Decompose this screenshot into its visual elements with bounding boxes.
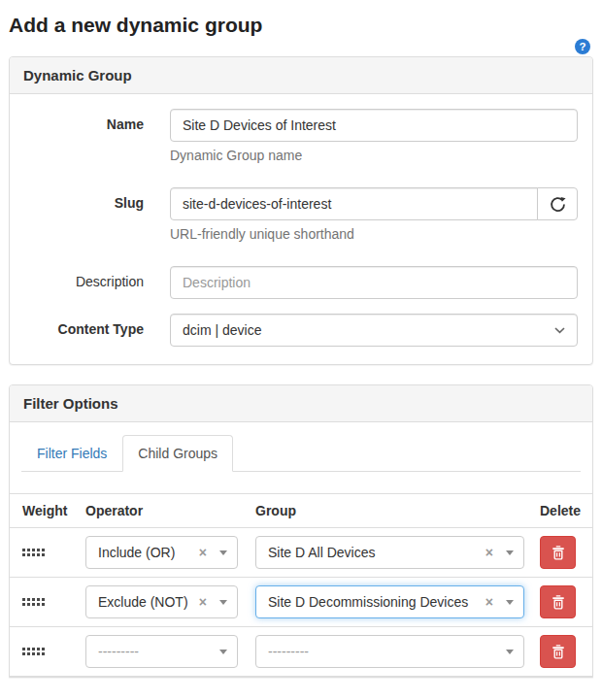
clear-selection-icon[interactable]: × [485, 546, 493, 559]
caret-down-icon [219, 600, 227, 605]
child-groups-table: Weight Operator Group Delete Include [10, 493, 592, 677]
trash-icon [552, 645, 565, 659]
table-row: Exclude (NOT) × Site D Decommissioning D… [10, 578, 592, 627]
refresh-icon [550, 196, 566, 213]
drag-handle-icon[interactable] [22, 648, 45, 655]
tab-filter-fields[interactable]: Filter Fields [21, 435, 122, 472]
operator-select[interactable]: --------- [85, 635, 238, 668]
delete-row-button[interactable] [540, 635, 576, 668]
page: Add a new dynamic group ? Dynamic Group … [0, 14, 602, 678]
caret-down-icon [506, 600, 514, 605]
description-input[interactable] [170, 266, 578, 299]
caret-down-icon [219, 550, 227, 555]
page-title: Add a new dynamic group [9, 14, 593, 37]
delete-row-button[interactable] [540, 585, 576, 618]
operator-select-value: --------- [98, 644, 219, 659]
group-select-value: Site D All Devices [268, 545, 478, 560]
caret-down-icon [506, 550, 514, 555]
name-help-text: Dynamic Group name [170, 148, 578, 163]
dynamic-group-panel-body: Name Dynamic Group name Slug [10, 94, 592, 364]
column-header-operator: Operator [78, 494, 248, 528]
caret-down-icon [506, 650, 514, 654]
drag-handle-icon[interactable] [22, 549, 45, 556]
column-header-weight: Weight [10, 494, 78, 528]
name-input[interactable] [170, 109, 578, 142]
delete-row-button[interactable] [540, 536, 576, 569]
group-select-value: --------- [268, 644, 506, 659]
slug-input[interactable] [170, 187, 538, 220]
slug-controls: URL-friendly unique shorthand [170, 187, 578, 251]
column-header-delete: Delete [532, 494, 592, 528]
content-type-value: dcim | device [183, 322, 261, 338]
table-row: Include (OR) × Site D All Devices × [10, 528, 592, 578]
group-select-value: Site D Decommissioning Devices [268, 594, 478, 610]
filter-options-panel-title: Filter Options [10, 385, 592, 422]
name-label: Name [24, 109, 144, 173]
group-select[interactable]: Site D Decommissioning Devices × [255, 585, 524, 618]
content-type-field-row: Content Type dcim | device [24, 314, 578, 347]
group-select[interactable]: Site D All Devices × [255, 536, 524, 569]
operator-select-value: Exclude (NOT) [98, 594, 191, 610]
description-field-row: Description [24, 266, 578, 299]
description-label: Description [24, 266, 144, 299]
group-select[interactable]: --------- [255, 635, 524, 668]
operator-select[interactable]: Include (OR) × [85, 536, 238, 569]
nav-tabs: Filter Fields Child Groups [21, 435, 581, 472]
slug-help-text: URL-friendly unique shorthand [170, 226, 578, 242]
clear-selection-icon[interactable]: × [199, 546, 207, 559]
slug-label: Slug [24, 187, 144, 251]
caret-down-icon [219, 650, 227, 654]
chevron-down-icon [554, 327, 565, 334]
dynamic-group-panel: Dynamic Group Name Dynamic Group name Sl… [9, 56, 593, 365]
description-controls [170, 266, 578, 299]
slug-input-group [170, 187, 578, 220]
slug-regenerate-button[interactable] [537, 187, 578, 220]
table-row: --------- --------- [10, 627, 592, 677]
trash-icon [552, 546, 565, 560]
filter-tabs: Filter Fields Child Groups [10, 422, 592, 472]
filter-options-panel: Filter Options Filter Fields Child Group… [9, 384, 593, 678]
name-field-row: Name Dynamic Group name [24, 109, 578, 173]
slug-field-row: Slug URL-friendly [24, 187, 578, 251]
operator-select[interactable]: Exclude (NOT) × [85, 585, 238, 618]
drag-handle-icon[interactable] [22, 598, 45, 606]
help-icon[interactable]: ? [575, 39, 590, 54]
clear-selection-icon[interactable]: × [199, 595, 207, 609]
dynamic-group-panel-title: Dynamic Group [10, 57, 592, 94]
clear-selection-icon[interactable]: × [485, 595, 493, 609]
content-type-controls: dcim | device [170, 314, 578, 347]
table-header-row: Weight Operator Group Delete [10, 494, 592, 528]
column-header-group: Group [248, 494, 532, 528]
tab-child-groups[interactable]: Child Groups [122, 435, 233, 472]
trash-icon [552, 595, 565, 610]
operator-select-value: Include (OR) [98, 545, 191, 560]
name-controls: Dynamic Group name [170, 109, 578, 173]
content-type-select[interactable]: dcim | device [170, 314, 578, 347]
content-type-label: Content Type [24, 314, 144, 347]
